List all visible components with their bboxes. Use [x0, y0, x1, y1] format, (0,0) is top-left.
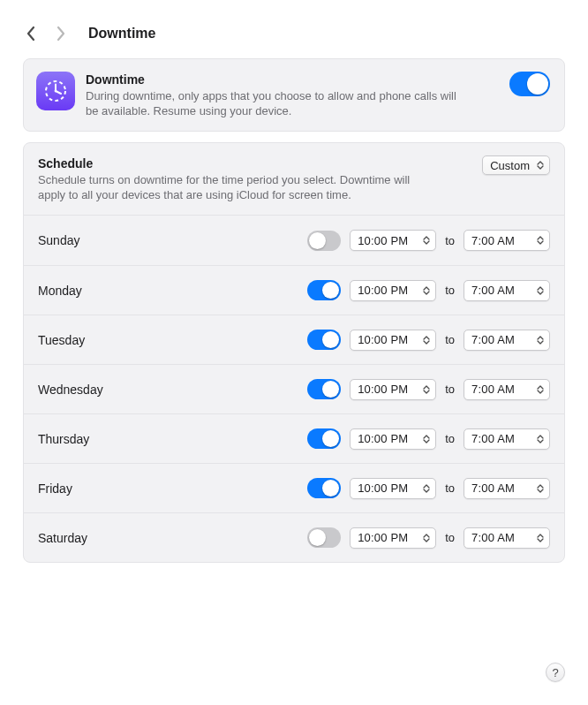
help-button[interactable]: ? [546, 663, 565, 682]
hero-title: Downtime [86, 72, 456, 88]
schedule-row-tuesday: Tuesday10:00 PMto7:00 AM [24, 315, 564, 364]
from-time-field[interactable]: 10:00 PM [350, 230, 436, 251]
chevron-up-down-icon [421, 332, 432, 348]
day-label: Thursday [38, 432, 89, 446]
day-label: Wednesday [38, 383, 103, 397]
from-time-value: 10:00 PM [358, 432, 408, 445]
schedule-row-friday: Friday10:00 PMto7:00 AM [24, 463, 564, 512]
from-time-field[interactable]: 10:00 PM [350, 379, 436, 400]
to-time-field[interactable]: 7:00 AM [464, 527, 550, 549]
schedule-title: Schedule [38, 155, 426, 172]
chevron-up-down-icon [421, 530, 432, 546]
schedule-row-monday: Monday10:00 PMto7:00 AM [24, 265, 564, 315]
from-time-value: 10:00 PM [358, 284, 408, 297]
chevron-up-down-icon [535, 481, 546, 497]
day-toggle-wednesday[interactable] [307, 379, 341, 399]
to-label: to [445, 284, 455, 297]
from-time-field[interactable]: 10:00 PM [350, 330, 436, 351]
day-toggle-monday[interactable] [307, 280, 341, 300]
chevron-up-down-icon [535, 431, 546, 447]
svg-point-1 [55, 90, 57, 93]
from-time-field[interactable]: 10:00 PM [350, 428, 436, 450]
chevron-up-down-icon [535, 332, 546, 348]
to-time-value: 7:00 AM [471, 234, 515, 247]
chevron-up-down-icon [421, 232, 432, 248]
schedule-row-sunday: Sunday10:00 PMto7:00 AM [24, 216, 564, 265]
from-time-value: 10:00 PM [358, 333, 408, 346]
from-time-field[interactable]: 10:00 PM [350, 478, 436, 499]
to-time-value: 7:00 AM [471, 383, 515, 396]
schedule-row-thursday: Thursday10:00 PMto7:00 AM [24, 413, 564, 463]
downtime-hero-group: Downtime During downtime, only apps that… [23, 58, 565, 132]
to-label: to [445, 531, 455, 544]
page-title: Downtime [88, 26, 155, 42]
day-toggle-friday[interactable] [307, 478, 341, 498]
to-label: to [445, 383, 455, 396]
from-time-field[interactable]: 10:00 PM [350, 280, 436, 301]
hero-description: During downtime, only apps that you choo… [86, 88, 456, 118]
chevron-up-down-icon [421, 481, 432, 497]
chevron-up-down-icon [535, 157, 546, 173]
chevron-up-down-icon [535, 232, 546, 248]
titlebar: Downtime [14, 16, 574, 58]
schedule-row-wednesday: Wednesday10:00 PMto7:00 AM [24, 364, 564, 413]
schedule-description: Schedule turns on downtime for the time … [38, 172, 426, 202]
schedule-mode-select[interactable]: Custom [482, 155, 550, 175]
to-label: to [445, 481, 455, 495]
schedule-group: Schedule Schedule turns on downtime for … [23, 142, 565, 563]
from-time-value: 10:00 PM [358, 234, 408, 247]
chevron-up-down-icon [535, 530, 546, 546]
day-label: Monday [38, 284, 82, 298]
downtime-icon [36, 72, 75, 110]
day-toggle-tuesday[interactable] [307, 330, 341, 350]
chevron-up-down-icon [421, 283, 432, 299]
day-toggle-saturday[interactable] [307, 527, 341, 548]
day-label: Saturday [38, 531, 87, 545]
day-toggle-thursday[interactable] [307, 428, 341, 449]
chevron-up-down-icon [421, 382, 432, 398]
day-toggle-sunday[interactable] [307, 231, 341, 251]
to-label: to [445, 333, 455, 346]
to-label: to [445, 432, 455, 445]
day-label: Tuesday [38, 333, 85, 347]
to-time-field[interactable]: 7:00 AM [464, 379, 550, 400]
to-time-value: 7:00 AM [471, 481, 515, 495]
chevron-up-down-icon [421, 431, 432, 447]
schedule-row-saturday: Saturday10:00 PMto7:00 AM [24, 512, 564, 562]
to-time-field[interactable]: 7:00 AM [464, 230, 550, 251]
day-label: Sunday [38, 233, 79, 247]
downtime-master-toggle[interactable] [509, 72, 550, 96]
from-time-field[interactable]: 10:00 PM [350, 527, 436, 549]
to-time-value: 7:00 AM [471, 531, 515, 544]
to-time-value: 7:00 AM [471, 333, 515, 346]
help-icon: ? [552, 666, 558, 679]
chevron-up-down-icon [535, 382, 546, 398]
to-time-value: 7:00 AM [471, 284, 515, 297]
forward-button[interactable] [51, 21, 69, 46]
to-label: to [445, 234, 455, 247]
from-time-value: 10:00 PM [358, 531, 408, 544]
day-label: Friday [38, 481, 72, 496]
from-time-value: 10:00 PM [358, 481, 408, 495]
schedule-mode-label: Custom [490, 159, 535, 172]
to-time-value: 7:00 AM [471, 432, 515, 445]
to-time-field[interactable]: 7:00 AM [464, 280, 550, 301]
from-time-value: 10:00 PM [358, 383, 408, 396]
to-time-field[interactable]: 7:00 AM [464, 428, 550, 450]
to-time-field[interactable]: 7:00 AM [464, 330, 550, 351]
chevron-up-down-icon [535, 283, 546, 299]
back-button[interactable] [23, 21, 41, 46]
to-time-field[interactable]: 7:00 AM [464, 478, 550, 499]
